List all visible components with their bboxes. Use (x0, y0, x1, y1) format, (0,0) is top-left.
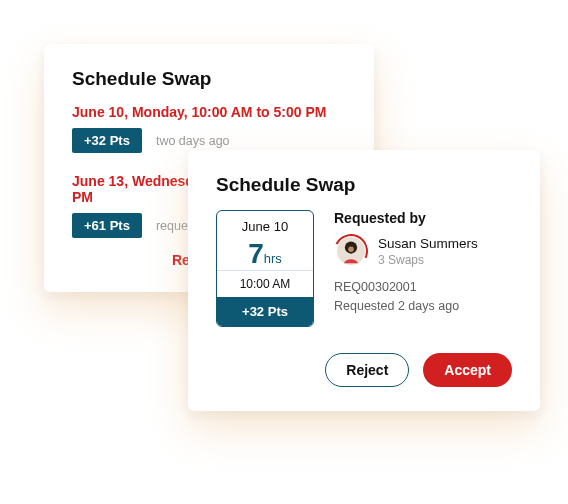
svg-point-2 (348, 246, 354, 252)
swap-detail-card: Schedule Swap June 10 7hrs 10:00 AM +32 … (188, 150, 540, 411)
request-id: REQ00302001 (334, 278, 512, 297)
requested-by-label: Requested by (334, 210, 512, 226)
swap-ago: two days ago (156, 134, 230, 148)
swap-entry[interactable]: June 10, Monday, 10:00 AM to 5:00 PM +32… (72, 104, 346, 153)
slot-hours: 7hrs (217, 236, 313, 270)
swap-when: June 10, Monday, 10:00 AM to 5:00 PM (72, 104, 346, 120)
requester-swaps: 3 Swaps (378, 253, 478, 267)
slot-date: June 10 (217, 211, 313, 236)
requester[interactable]: Susan Summers 3 Swaps (334, 234, 512, 268)
slot-hours-unit: hrs (264, 251, 282, 266)
accept-button[interactable]: Accept (423, 353, 512, 387)
requester-name: Susan Summers (378, 235, 478, 253)
person-icon (337, 237, 365, 265)
swap-detail-title: Schedule Swap (216, 174, 512, 196)
requested-by-section: Requested by Susan Summers 3 Swaps (334, 210, 512, 327)
swap-list-title: Schedule Swap (72, 68, 346, 90)
slot-card: June 10 7hrs 10:00 AM +32 Pts (216, 210, 314, 327)
slot-time: 10:00 AM (217, 270, 313, 297)
points-badge: +32 Pts (72, 128, 142, 153)
points-badge: +61 Pts (72, 213, 142, 238)
request-ago: Requested 2 days ago (334, 297, 512, 316)
reject-button[interactable]: Reject (325, 353, 409, 387)
avatar (329, 229, 373, 273)
slot-points-badge: +32 Pts (217, 297, 313, 326)
slot-hours-value: 7 (248, 238, 264, 269)
